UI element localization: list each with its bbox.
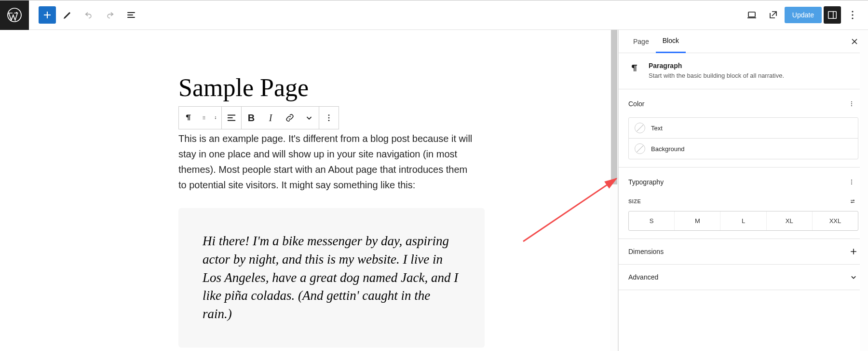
chevron-down-icon	[304, 112, 314, 123]
svg-rect-1	[748, 12, 755, 17]
more-vertical-icon	[848, 176, 855, 188]
plus-icon	[41, 9, 53, 21]
svg-point-20	[851, 182, 852, 183]
size-custom-toggle[interactable]	[847, 196, 858, 207]
quote-text[interactable]: Hi there! I'm a bike messenger by day, a…	[203, 232, 461, 323]
view-page-button[interactable]	[763, 5, 783, 25]
text-color-control[interactable]: Text	[629, 118, 858, 138]
svg-point-5	[852, 17, 853, 19]
redo-button[interactable]	[100, 5, 120, 25]
redo-icon	[104, 9, 116, 21]
page-title[interactable]: Sample Page	[178, 73, 610, 102]
size-l[interactable]: L	[720, 211, 766, 230]
svg-point-22	[854, 200, 854, 201]
options-button[interactable]	[843, 5, 862, 25]
svg-point-9	[204, 117, 205, 118]
update-button[interactable]: Update	[785, 7, 822, 23]
size-xl[interactable]: XL	[766, 211, 812, 230]
block-description: Start with the basic building block of a…	[649, 71, 858, 80]
close-sidebar-button[interactable]	[849, 36, 860, 47]
panel-dimensions-title: Dimensions	[628, 248, 664, 255]
pencil-icon	[62, 9, 73, 21]
svg-rect-2	[828, 12, 837, 19]
undo-button[interactable]	[79, 5, 98, 25]
move-up-down-icon	[213, 112, 218, 123]
align-button[interactable]	[222, 107, 241, 129]
background-color-swatch	[635, 143, 645, 154]
add-block-button[interactable]	[39, 6, 56, 24]
svg-point-8	[203, 117, 203, 118]
canvas-scrollbar[interactable]	[610, 30, 618, 351]
svg-point-6	[203, 116, 203, 117]
svg-point-4	[852, 14, 853, 15]
panel-advanced[interactable]: Advanced	[619, 265, 868, 290]
drag-icon	[201, 112, 207, 123]
panel-dimensions[interactable]: Dimensions	[619, 239, 868, 265]
close-icon	[850, 37, 859, 46]
italic-button[interactable]: I	[261, 107, 280, 129]
tab-page[interactable]: Page	[626, 30, 656, 53]
block-identity: Paragraph Start with the basic building …	[619, 53, 868, 89]
background-color-label: Background	[651, 145, 684, 153]
size-s[interactable]: S	[629, 211, 674, 230]
undo-icon	[83, 9, 95, 21]
color-controls: Text Background	[628, 117, 858, 159]
list-icon	[125, 9, 137, 21]
editor-top-bar: Update	[0, 0, 868, 30]
sliders-icon	[850, 196, 855, 207]
italic-icon: I	[265, 112, 276, 123]
block-toolbar: B I	[178, 106, 339, 129]
svg-point-3	[852, 11, 853, 12]
text-color-swatch	[635, 123, 645, 133]
toolbar-left	[29, 5, 141, 25]
svg-point-10	[203, 119, 203, 119]
svg-point-14	[328, 120, 330, 121]
panel-color: Color Text Background	[619, 89, 868, 168]
bold-icon: B	[246, 112, 257, 123]
sidebar-icon	[827, 10, 838, 20]
background-color-control[interactable]: Background	[629, 138, 858, 159]
external-link-icon	[767, 9, 779, 21]
svg-point-11	[204, 119, 205, 119]
drag-handle[interactable]	[198, 107, 210, 129]
settings-sidebar: Page Block Paragraph Start with the basi…	[618, 30, 868, 351]
quote-block[interactable]: Hi there! I'm a bike messenger by day, a…	[178, 208, 485, 348]
device-preview-button[interactable]	[742, 5, 761, 25]
paragraph-icon	[183, 112, 194, 123]
document-overview-button[interactable]	[122, 5, 141, 25]
link-icon	[285, 112, 295, 123]
typography-panel-options[interactable]	[845, 175, 858, 189]
scrollbar-thumb[interactable]	[611, 30, 617, 184]
block-options-button[interactable]	[319, 107, 339, 129]
size-xxl[interactable]: XXL	[812, 211, 858, 230]
edit-button[interactable]	[58, 5, 77, 25]
paragraph-icon	[628, 62, 641, 74]
panel-advanced-title: Advanced	[628, 273, 658, 281]
sidebar-scrollbar[interactable]	[860, 30, 868, 351]
wordpress-logo[interactable]	[0, 0, 29, 30]
move-block-button[interactable]	[210, 107, 221, 129]
plus-icon	[849, 247, 858, 256]
paragraph-block[interactable]: This is an example page. It's different …	[178, 131, 477, 193]
svg-point-12	[328, 114, 330, 116]
svg-point-19	[851, 180, 852, 181]
more-vertical-icon	[848, 98, 855, 110]
more-vertical-icon	[847, 9, 858, 21]
size-m[interactable]: M	[674, 211, 720, 230]
svg-point-13	[328, 117, 330, 119]
more-vertical-icon	[324, 112, 334, 123]
toolbar-right: Update	[742, 5, 868, 25]
settings-sidebar-toggle[interactable]	[824, 6, 841, 24]
panel-color-title: Color	[628, 100, 644, 108]
editor-canvas[interactable]: Sample Page B I	[29, 30, 610, 351]
svg-point-16	[851, 101, 852, 102]
color-panel-options[interactable]	[845, 97, 858, 111]
link-button[interactable]	[280, 107, 299, 129]
more-rich-text-button[interactable]	[299, 107, 319, 129]
panel-typography: Typography SIZE S M L XL XXL	[619, 168, 868, 239]
svg-point-18	[851, 105, 852, 106]
text-color-label: Text	[651, 125, 663, 132]
block-type-button[interactable]	[179, 107, 198, 129]
bold-button[interactable]: B	[242, 107, 261, 129]
tab-block[interactable]: Block	[656, 30, 686, 53]
